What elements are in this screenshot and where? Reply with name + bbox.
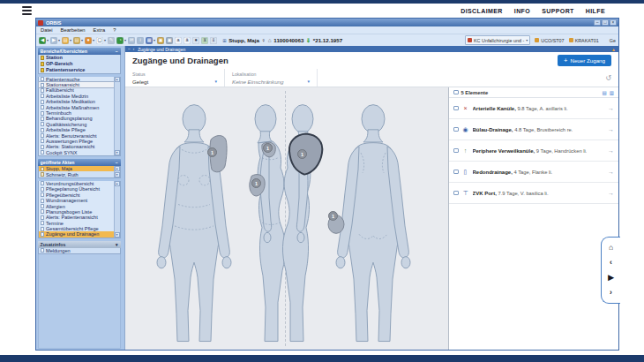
font-large-icon[interactable]: ä ▾	[183, 37, 191, 44]
open-chart-icon[interactable]: ▤ ▾	[62, 37, 71, 44]
body-marker[interactable]: 1	[207, 147, 217, 157]
page-icon	[41, 128, 45, 132]
sidebar-item-patient-view[interactable]: Zugänge und Drainagen	[39, 231, 114, 237]
sidebar-item-area[interactable]: Station	[39, 55, 120, 61]
patient-search-icon[interactable]: ● ▾	[85, 37, 94, 44]
location-filter[interactable]: Lokalisation Keine Einschränkung ▾	[225, 69, 318, 87]
scales-icon[interactable]: ⊻ ▾	[201, 37, 208, 44]
dropdown-arrow-icon: ▾	[70, 38, 71, 42]
item-type-icon: ↑	[462, 147, 469, 154]
maximize-button[interactable]: □	[602, 19, 609, 26]
scrollbar[interactable]: ▲ ▼	[114, 181, 120, 238]
new-access-button[interactable]: + Neuer Zugang	[558, 55, 611, 66]
body-marker[interactable]: 1	[263, 143, 273, 153]
item-checkbox[interactable]	[453, 148, 459, 154]
workstation-label[interactable]: UCO/ST07 ▾	[535, 36, 564, 44]
new-document-icon[interactable]: ▢ ▾	[96, 37, 106, 44]
overflow-label[interactable]: Ge ▾	[603, 36, 616, 44]
item-checkbox[interactable]	[453, 106, 459, 111]
transfer-icon[interactable]: ▣ ▾	[157, 37, 164, 44]
plus-icon: +	[564, 57, 567, 64]
orbis-window: ORBIS – □ × DateiBearbeitenExtra? ◀ ▾ ▶ …	[35, 18, 619, 351]
list-filter-icon[interactable]: ▥	[610, 90, 614, 95]
drainage-list-panel: 5 Elemente ▤ ▥ × Arterielle Kanüle,	[448, 87, 618, 350]
menu-item[interactable]: ?	[113, 27, 116, 33]
edit-icon[interactable]: ✎ ▾	[108, 37, 115, 44]
menu-item[interactable]: Extra	[94, 27, 106, 33]
play-icon[interactable]: ▶	[608, 274, 614, 282]
page-icon	[41, 83, 45, 87]
menu-item[interactable]: Datei	[41, 27, 53, 33]
dropdown-arrow-icon: ▾	[526, 38, 528, 42]
nav-back-icon[interactable]: ◀ ▾	[39, 37, 49, 44]
body-figure-front[interactable]	[141, 100, 247, 349]
chevron-left-icon[interactable]: ‹	[610, 259, 612, 267]
scrollbar[interactable]: ▲ ▼	[114, 77, 120, 155]
close-button[interactable]: ×	[610, 19, 617, 26]
open-item-icon[interactable]: →	[608, 169, 614, 175]
user-label[interactable]: KRAKAT01 ▾	[569, 36, 599, 44]
minimize-button[interactable]: –	[594, 19, 601, 26]
sidebar-item-patient[interactable]: Schmetz, Ruth	[39, 171, 114, 177]
top-link[interactable]: HILFE	[586, 8, 605, 14]
top-link[interactable]: DISCLAIMER	[461, 8, 503, 14]
page-icon	[41, 227, 45, 231]
department-select[interactable]: KC Unfallchirurgie und - ▾	[465, 35, 530, 45]
warning-icon[interactable]: ▲	[611, 47, 616, 52]
folder-icon	[41, 56, 45, 60]
home-icon[interactable]: ⌂	[609, 244, 613, 252]
body-marker[interactable]: 1	[251, 178, 261, 188]
modules-icon[interactable]: ▦ ▾	[146, 37, 155, 44]
font-small-icon[interactable]: a ▾	[175, 37, 182, 44]
item-checkbox[interactable]	[453, 170, 459, 175]
top-link[interactable]: SUPPORT	[542, 8, 574, 14]
item-checkbox[interactable]	[453, 191, 459, 196]
nav-forward-icon[interactable]: ▶ ▾	[50, 37, 60, 44]
drainage-list-item[interactable]: × Arterielle Kanüle, 9.8 Tage, A. axilla…	[449, 98, 618, 119]
open-item-icon[interactable]: →	[608, 147, 614, 154]
dropdown-arrow-icon: ▾	[104, 38, 106, 42]
pane-splitter-icon[interactable]: – ‹	[128, 47, 135, 51]
patient-context[interactable]: ⊞ Stupp, Maja ♀ ⌂ 1100040063 ⇓ *21.12.19…	[222, 37, 342, 44]
sidebar-item-extra[interactable]: Meldungen	[39, 248, 120, 253]
drainage-list-item[interactable]: ⊤ ZVK Port, 7.9 Tage, V. basilica li. →	[449, 183, 618, 204]
scrollbar[interactable]: ▲ ▼	[114, 166, 120, 177]
body-marker[interactable]: 1	[328, 211, 338, 221]
select-all-checkbox[interactable]	[453, 90, 459, 95]
list-view-icon[interactable]: ▤	[603, 90, 607, 95]
open-item-icon[interactable]: →	[608, 126, 614, 132]
chart-sync-icon[interactable]: ▤ ▾	[73, 37, 83, 44]
sidebar-item-area[interactable]: OP-Bereich	[39, 61, 120, 67]
window-titlebar[interactable]: ORBIS – □ ×	[36, 19, 618, 26]
collapse-icon[interactable]: –	[116, 49, 118, 54]
top-link[interactable]: INFO	[514, 8, 530, 14]
download-icon[interactable]: ⇓ ▾	[210, 37, 217, 44]
menu-icon[interactable]	[22, 6, 32, 15]
body-marker-selected[interactable]: 1	[297, 149, 307, 159]
dropdown-arrow-icon: ▾	[81, 38, 83, 42]
drainage-list-item[interactable]: ◉ Bülau-Drainage, 4.8 Tage, Brustbereich…	[449, 119, 618, 140]
sidebar-item-area[interactable]: Patientenservice	[39, 67, 120, 73]
status-filter[interactable]: Status Gelegt ▾	[125, 69, 225, 87]
collapse-icon[interactable]: –	[116, 160, 118, 165]
lock-icon[interactable]: ● ▾	[192, 37, 199, 44]
refresh-icon[interactable]: ↺	[605, 74, 611, 82]
collapse-icon[interactable]: ▾	[116, 242, 118, 247]
info-icon[interactable]: i ▾	[137, 37, 144, 44]
open-item-icon[interactable]: →	[608, 105, 614, 111]
menu-item[interactable]: Bearbeiten	[61, 27, 86, 33]
drainage-list-item[interactable]: ▯ Redondrainage, 4 Tage, Flanke li. →	[449, 162, 618, 183]
body-figure-back[interactable]	[320, 100, 426, 349]
sidebar-item-view[interactable]: Cockpit SYNX	[39, 150, 114, 155]
open-item-icon[interactable]: →	[608, 190, 614, 196]
toolbar-icon-glyph: a	[175, 37, 182, 44]
camera-icon[interactable]: ▣ ▾	[166, 37, 173, 44]
history-icon[interactable]: ◔ ▾	[116, 37, 126, 44]
mail-icon[interactable]: ✉ ▾	[128, 37, 135, 44]
item-checkbox[interactable]	[453, 127, 459, 132]
drainage-list-item[interactable]: ↑ Periphere Verweilkanüle, 9 Tage, Handr…	[449, 140, 618, 162]
chevron-right-icon[interactable]: ›	[610, 289, 612, 297]
pane-title-bar: – ‹ Zugänge und Drainagen ▲	[125, 46, 618, 52]
chart-icon	[41, 172, 45, 177]
page-nav-panel: ⌂‹▶›	[601, 237, 620, 304]
